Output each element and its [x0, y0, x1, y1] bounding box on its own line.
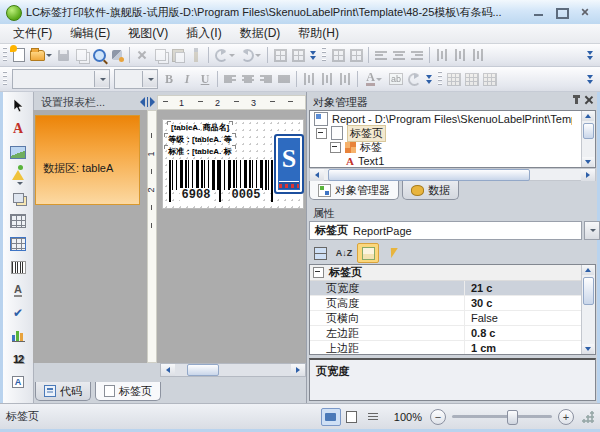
- close-button[interactable]: [576, 5, 594, 19]
- grid-vertical-scrollbar[interactable]: [581, 265, 595, 354]
- undo-button[interactable]: [212, 46, 238, 64]
- label-text-object[interactable]: 等级：[tableA. 等: [168, 134, 232, 145]
- copy-button[interactable]: [151, 46, 169, 64]
- menu-edit[interactable]: 编辑(E): [61, 24, 119, 43]
- align-left-edges-button[interactable]: [372, 46, 390, 64]
- pin-icon[interactable]: [575, 95, 578, 104]
- toolbar-grip[interactable]: [3, 47, 7, 63]
- property-value[interactable]: 1 cm: [465, 342, 582, 354]
- menu-help[interactable]: 帮助(H): [289, 24, 348, 43]
- toolbar-grip[interactable]: [438, 71, 442, 87]
- italic-button[interactable]: I: [178, 70, 196, 88]
- table-insert-button[interactable]: [445, 70, 463, 88]
- property-row-page-width[interactable]: 页宽度 21 c: [310, 281, 582, 296]
- save-button[interactable]: [54, 46, 72, 64]
- highlight-button[interactable]: ab: [387, 70, 405, 88]
- selector-dropdown-button[interactable]: [584, 221, 600, 240]
- label-sheet[interactable]: [tableA. 商品名] 等级：[tableA. 等 标准：[tableA. …: [163, 120, 303, 208]
- tree-node-page[interactable]: 标签页: [316, 126, 386, 140]
- align-bottom-button[interactable]: [469, 46, 487, 64]
- scroll-up-button[interactable]: [582, 265, 594, 275]
- barcode-tool-button[interactable]: [8, 257, 28, 277]
- textline-tool-button[interactable]: A: [8, 280, 28, 300]
- vertical-text-center-button[interactable]: [318, 70, 336, 88]
- combo-dropdown-button[interactable]: [142, 71, 157, 87]
- scrollbar-thumb[interactable]: [583, 277, 594, 305]
- image-tool-button[interactable]: [8, 142, 28, 162]
- vertical-text-left-button[interactable]: [300, 70, 318, 88]
- scroll-up-button[interactable]: [582, 111, 594, 121]
- tab-code[interactable]: 代码: [35, 382, 91, 401]
- menu-file[interactable]: 文件(F): [4, 24, 61, 43]
- tree-horizontal-scrollbar[interactable]: [309, 168, 596, 181]
- panel-splitter[interactable]: [140, 96, 158, 107]
- combo-dropdown-button[interactable]: [94, 71, 109, 87]
- barcode-object[interactable]: 6908 0005: [169, 160, 273, 202]
- rectangle-tool-button[interactable]: [8, 188, 28, 208]
- cut-button[interactable]: [133, 46, 151, 64]
- ungroup-button[interactable]: [289, 46, 307, 64]
- scroll-down-button[interactable]: [582, 344, 594, 354]
- chart-tool-button[interactable]: [8, 326, 28, 346]
- preview-button[interactable]: [90, 46, 108, 64]
- logo-stamp-object[interactable]: S: [274, 134, 304, 194]
- print-view-button[interactable]: [321, 408, 341, 426]
- table-merge-button[interactable]: [463, 70, 481, 88]
- scrollbar-thumb[interactable]: [583, 123, 594, 139]
- collapse-icon[interactable]: [330, 142, 341, 153]
- group-button[interactable]: [271, 46, 289, 64]
- toolbar-overflow-button[interactable]: [423, 74, 435, 84]
- collapse-icon[interactable]: [316, 128, 327, 139]
- property-object-selector[interactable]: 标签页 ReportPage: [309, 221, 582, 240]
- toolbar-grip[interactable]: [322, 47, 326, 63]
- property-row-page-height[interactable]: 页高度 30 c: [310, 296, 582, 311]
- font-size-combobox[interactable]: [114, 69, 158, 89]
- scrollbar-thumb[interactable]: [328, 169, 530, 181]
- tree-vertical-scrollbar[interactable]: [581, 111, 595, 167]
- align-middle-button[interactable]: [451, 46, 469, 64]
- canvas-horizontal-scrollbar[interactable]: [160, 363, 306, 377]
- save-all-button[interactable]: [72, 46, 90, 64]
- property-row-landscape[interactable]: 页横向 False: [310, 311, 582, 326]
- toolbar-overflow-button[interactable]: [584, 74, 596, 84]
- tab-data[interactable]: 数据: [402, 181, 459, 200]
- categorized-view-button[interactable]: [309, 243, 331, 263]
- scroll-left-button[interactable]: [161, 364, 175, 376]
- scroll-right-button[interactable]: [581, 169, 595, 181]
- text-tool-button[interactable]: A: [8, 119, 28, 139]
- minimize-button[interactable]: [530, 5, 548, 19]
- redo-button[interactable]: [238, 46, 264, 64]
- text-align-right-button[interactable]: [257, 70, 275, 88]
- scroll-left-button[interactable]: [310, 169, 324, 181]
- checkbox-tool-button[interactable]: ✔: [8, 303, 28, 323]
- scroll-right-button[interactable]: [291, 364, 305, 376]
- grid-edit-tool-button[interactable]: [8, 234, 28, 254]
- select-tool-button[interactable]: [8, 96, 28, 116]
- textbox-tool-button[interactable]: A: [8, 372, 28, 392]
- property-value[interactable]: 30 c: [465, 297, 582, 309]
- property-value[interactable]: False: [465, 312, 582, 324]
- property-category-row[interactable]: 标签页: [310, 265, 582, 281]
- table-split-button[interactable]: [481, 70, 499, 88]
- properties-view-button[interactable]: [357, 243, 379, 263]
- page-view-button[interactable]: [342, 408, 362, 426]
- font-color-button[interactable]: A: [361, 70, 387, 88]
- open-button[interactable]: [28, 46, 54, 64]
- align-top-button[interactable]: [433, 46, 451, 64]
- toolbar-overflow-button[interactable]: [584, 50, 596, 60]
- events-button[interactable]: [381, 243, 403, 263]
- zoom-out-button[interactable]: −: [430, 409, 446, 425]
- data-area-band[interactable]: 数据区: tableA: [35, 115, 140, 205]
- zoom-slider-thumb[interactable]: [507, 410, 518, 425]
- tab-label-page[interactable]: 标签页: [95, 382, 161, 401]
- vertical-text-right-button[interactable]: [336, 70, 354, 88]
- tab-object-manager[interactable]: 对象管理器: [309, 181, 399, 200]
- tree-node-label[interactable]: 标签: [330, 140, 382, 154]
- property-value[interactable]: 0.8 c: [465, 327, 582, 339]
- rotate-button[interactable]: [405, 70, 423, 88]
- text-align-left-button[interactable]: [221, 70, 239, 88]
- bold-button[interactable]: B: [160, 70, 178, 88]
- tree-node-text1[interactable]: A Text1: [346, 154, 384, 168]
- property-value[interactable]: 21 c: [465, 282, 582, 294]
- font-name-combobox[interactable]: [12, 69, 110, 89]
